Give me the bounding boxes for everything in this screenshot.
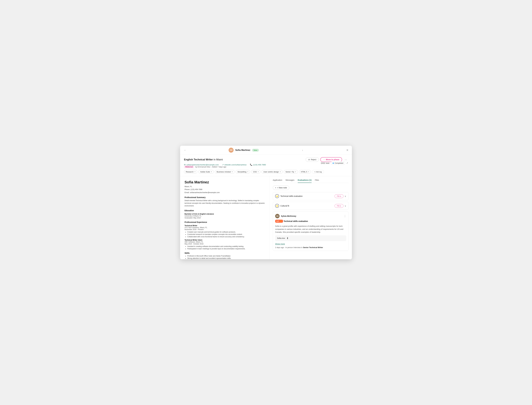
- list-item: Participated in team meetings to provide…: [187, 248, 265, 250]
- eval-card-title-2: Cultural fit: [280, 205, 289, 207]
- disc-label: DISC test:: [321, 162, 330, 164]
- reject-button[interactable]: ⊘ Reject: [306, 157, 319, 162]
- review-more-button[interactable]: ⋮: [344, 215, 346, 218]
- eval-card-technical: ⭐ Technical skills evaluation Fill in ∨: [273, 192, 348, 200]
- file-row: Sofia.mov ⬇: [275, 235, 346, 241]
- referred-line: Referred by Emmanuel Diez · Added 7 days…: [184, 165, 348, 168]
- avatar: KM: [229, 148, 234, 153]
- eval-card-title: Technical skills evaluation: [280, 195, 303, 197]
- tab-application[interactable]: Application: [273, 179, 282, 183]
- eval-card-left: ⭐ Technical skills evaluation: [275, 194, 303, 198]
- resume-job2-title: Technical Writer Intern: [184, 239, 265, 241]
- resume-job2-company: ABC Software, Miami, FL: [184, 241, 265, 243]
- arrow-right-icon: →: [323, 158, 325, 161]
- list-item: Conducted research to translate complex …: [187, 233, 265, 235]
- eval-card-cultural: ⭐ Cultural fit Fill in ∨: [273, 202, 348, 210]
- plus-icon: +: [275, 187, 276, 189]
- resume-job2-period: May 2018 - October 2018: [184, 243, 265, 245]
- reviewer-info: SM Sylvia McKinney: [275, 214, 296, 218]
- phone-link[interactable]: 📞 (123) 456-7890: [250, 164, 266, 166]
- add-tag-button[interactable]: + Add tag: [312, 170, 324, 174]
- job-title-line: English Technical Writer in Miami ⊘ Reje…: [184, 157, 348, 162]
- resume-skills-bullets: Proficient in Microsoft Office Suite and…: [187, 255, 265, 259]
- external-link-icon: ↗: [222, 164, 224, 166]
- ban-icon: ⊘: [308, 158, 310, 161]
- main-content: Sofia Martinez Miami, FL Phone: (123) 45…: [180, 176, 352, 259]
- tag-html5: HTML 5 ×: [299, 170, 311, 174]
- referred-badge: Referred: [184, 165, 194, 168]
- tab-evaluations[interactable]: Evaluations (1): [298, 179, 312, 183]
- tab-messages[interactable]: Messages: [286, 179, 294, 183]
- move-to-phase-button[interactable]: → Move to phase: [320, 157, 342, 162]
- resume-job1-company: XYZ Tech Solutions, Miami, FL: [184, 227, 265, 229]
- resume-candidate-name: Sofia Martinez: [184, 180, 265, 184]
- tag-research: Research ×: [184, 170, 197, 174]
- disc-external-link-icon[interactable]: ↗: [346, 162, 348, 164]
- resume-experience-title: Professional Experience: [184, 221, 265, 223]
- close-button[interactable]: ✕: [346, 148, 348, 152]
- interview-note: 2 days ago · In person Interview in Seni…: [275, 246, 346, 249]
- resume-graduated: Graduated: May 2018: [184, 217, 265, 219]
- candidate-name-header: Sofia Martinez: [235, 149, 250, 151]
- fill-in-button-cultural[interactable]: Fill in: [334, 204, 343, 208]
- score-row: 3.7 ★ Technical skills evaluation: [275, 220, 346, 224]
- phone-icon: 📞: [250, 164, 252, 166]
- resume-skills-title: Skills: [184, 252, 265, 254]
- resume-job2-bullets: Assisted in creating software documentat…: [187, 245, 265, 250]
- linkedin-link[interactable]: ↗ linkedin.com/sofiamartinez: [222, 164, 247, 166]
- next-candidate-button[interactable]: ›: [301, 148, 304, 152]
- resume-meta: Miami, FL Phone: (123) 456-7890 Email: s…: [184, 185, 265, 194]
- remove-tag-html5[interactable]: ×: [308, 171, 309, 173]
- remove-tag-css[interactable]: ×: [258, 171, 259, 173]
- new-note-button[interactable]: + + New note: [273, 185, 289, 190]
- list-item: Assisted in creating software documentat…: [187, 245, 265, 247]
- eval-panel: Application Messages Evaluations (1) Fil…: [269, 176, 352, 259]
- resume-summary-title: Professional Summary: [184, 196, 265, 198]
- remove-tag-business-mindset[interactable]: ×: [232, 171, 233, 173]
- job-title: English Technical Writer in Miami: [184, 158, 223, 161]
- tag-storytelling: Storytelling ×: [236, 170, 250, 174]
- disc-dot: [333, 163, 334, 164]
- candidate-nav: KM Sofia Martinez New: [229, 148, 259, 153]
- resume-degree: Bachelor of Arts in English Literature: [184, 213, 265, 215]
- tab-files[interactable]: Files: [315, 179, 319, 183]
- status-badge: New: [252, 149, 259, 152]
- eval-tabs: Application Messages Evaluations (1) Fil…: [273, 179, 348, 183]
- chevron-down-icon[interactable]: ∨: [345, 195, 346, 197]
- remove-tag-storytelling[interactable]: ×: [247, 171, 248, 173]
- chevron-down-icon-2[interactable]: ∨: [345, 205, 346, 207]
- download-icon[interactable]: ⬇: [286, 237, 289, 240]
- review-eval-title: Technical skills evaluation: [284, 220, 308, 222]
- referred-by-text: by Emmanuel Diez · Added 7 days ago: [195, 166, 226, 168]
- disc-status: Completed: [331, 161, 345, 165]
- tag-css: CSS ×: [251, 170, 260, 174]
- show-more-link[interactable]: Show more: [275, 243, 346, 245]
- tag-adobe-suite: Adobe Suite ×: [198, 170, 214, 174]
- more-options-button[interactable]: ···: [343, 157, 348, 162]
- interview-role: Senior Technical Writer: [303, 246, 323, 249]
- star-badge-icon-2: ⭐: [275, 204, 279, 208]
- candidate-modal: ‹ KM Sofia Martinez New › ✕ English Tech…: [180, 146, 352, 259]
- list-item: Strong attention to detail and excellent…: [187, 257, 265, 259]
- tag-user-centric: User centric design ×: [262, 170, 282, 174]
- remove-tag-research[interactable]: ×: [194, 171, 196, 173]
- review-text: Sofia is a great profile with experience…: [275, 225, 346, 234]
- fill-in-button-technical[interactable]: Fill in: [334, 194, 343, 198]
- prev-candidate-button[interactable]: ‹: [184, 148, 186, 152]
- remove-tag-senior[interactable]: ×: [295, 171, 296, 173]
- star-badge-icon: ⭐: [275, 194, 279, 198]
- tags-line: Research × Adobe Suite × Business mindse…: [184, 170, 348, 174]
- resume-university: University of Miami, FL: [184, 215, 265, 217]
- remove-tag-adobe-suite[interactable]: ×: [211, 171, 212, 173]
- tag-business-mindset: Business mindset ×: [215, 170, 235, 174]
- file-name: Sofia.mov: [277, 237, 285, 239]
- resume-education-title: Education: [184, 209, 265, 212]
- list-item: Created user manuals and technical guide…: [187, 231, 265, 233]
- eval-card-left-2: ⭐ Cultural fit: [275, 204, 289, 208]
- resume-summary-text: Detail-oriented Technical Writer with a …: [184, 199, 265, 207]
- resume-panel: Sofia Martinez Miami, FL Phone: (123) 45…: [180, 176, 269, 259]
- review-header: SM Sylvia McKinney ⋮: [275, 214, 346, 218]
- remove-tag-user-centric[interactable]: ×: [280, 171, 281, 173]
- eval-card-right: Fill in ∨: [334, 194, 346, 198]
- eval-card-right-2: Fill in ∨: [334, 204, 346, 208]
